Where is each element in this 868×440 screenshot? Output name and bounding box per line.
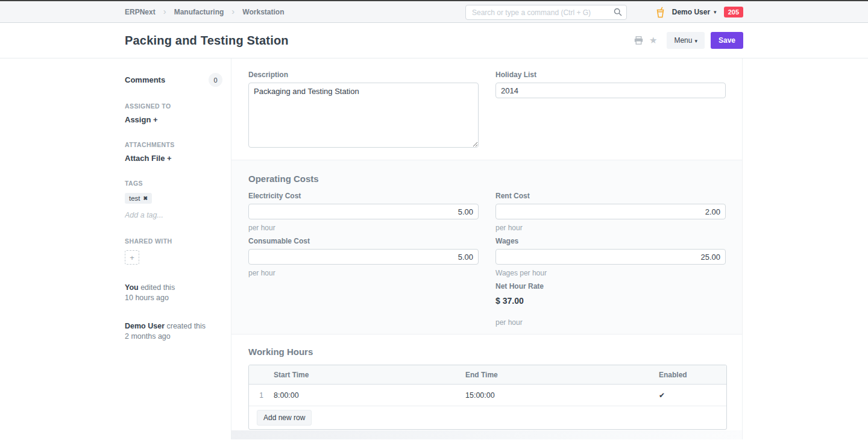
electricity-cost-field: Electricity Cost per hour: [248, 192, 479, 232]
assign-button[interactable]: Assign +: [125, 115, 222, 124]
wages-label: Wages: [495, 237, 726, 245]
section-working-hours: Working Hours Start Time End Time Enable…: [231, 335, 742, 430]
menu-button[interactable]: Menu▾: [667, 32, 705, 49]
wages-input[interactable]: [495, 249, 726, 265]
holiday-list-field: Holiday List: [495, 71, 726, 98]
edited-when: 10 hours ago: [125, 294, 169, 302]
wages-help: Wages per hour: [495, 269, 726, 277]
last-edited-info: You edited this 10 hours ago: [125, 283, 222, 303]
add-share-button[interactable]: +: [125, 250, 139, 265]
electricity-cost-input[interactable]: [248, 204, 479, 219]
created-info: Demo User created this 2 months ago: [125, 321, 222, 342]
search-input[interactable]: [465, 5, 627, 20]
tag-text: test: [129, 195, 140, 202]
comments-row: Comments 0: [125, 73, 222, 87]
created-text: created this: [165, 322, 206, 330]
notifications-badge[interactable]: 205: [724, 7, 743, 17]
description-label: Description: [248, 71, 479, 79]
consumable-cost-help: per hour: [248, 269, 479, 277]
star-icon[interactable]: ★: [649, 35, 657, 46]
electricity-cost-help: per hour: [248, 224, 479, 232]
juice-icon[interactable]: [656, 7, 665, 18]
net-hour-rate-help: per hour: [495, 318, 726, 327]
page-head: Packing and Testing Station ★ Menu▾ Save: [0, 23, 868, 58]
chevron-right-icon: ›: [231, 7, 234, 16]
row-start-time: 8:00:00: [274, 391, 465, 400]
page-body: Comments 0 ASSIGNED TO Assign + ATTACHME…: [125, 58, 743, 439]
grid-footer: Add new row: [249, 406, 726, 429]
created-by: Demo User: [125, 322, 165, 330]
comments-link[interactable]: Comments: [125, 75, 165, 84]
navbar-right: Demo User ▾ 205: [656, 1, 743, 23]
consumable-cost-label: Consumable Cost: [248, 237, 479, 245]
comments-count-badge: 0: [209, 73, 222, 87]
working-hours-grid: Start Time End Time Enabled 1 8:00:00 15…: [248, 365, 727, 430]
grid-header: Start Time End Time Enabled: [249, 365, 726, 385]
shared-with-label: SHARED WITH: [125, 237, 222, 245]
grid-col-enabled: Enabled: [659, 371, 726, 379]
table-row[interactable]: 1 8:00:00 15:00:00 ✔: [249, 385, 726, 406]
chevron-right-icon: ›: [163, 7, 166, 16]
save-button[interactable]: Save: [711, 32, 743, 49]
chevron-down-icon: ▾: [714, 9, 717, 15]
breadcrumb: ERPNext › Manufacturing › Workstation: [125, 7, 284, 16]
chevron-down-icon: ▾: [694, 38, 697, 44]
holiday-list-label: Holiday List: [495, 71, 726, 79]
net-hour-rate-label: Net Hour Rate: [495, 282, 726, 291]
tags-label: TAGS: [125, 180, 222, 187]
operating-costs-heading: Operating Costs: [248, 174, 726, 184]
edited-text: edited this: [139, 283, 175, 292]
row-end-time: 15:00:00: [465, 391, 659, 400]
attach-file-button[interactable]: Attach File +: [125, 154, 222, 163]
net-hour-rate-block: Net Hour Rate $ 37.00 per hour: [495, 282, 726, 327]
breadcrumb-item-manufacturing[interactable]: Manufacturing: [174, 8, 224, 16]
edited-by: You: [125, 283, 139, 292]
holiday-list-input[interactable]: [495, 83, 726, 98]
row-index: 1: [249, 391, 274, 400]
form-sidebar: Comments 0 ASSIGNED TO Assign + ATTACHME…: [125, 58, 231, 439]
grid-col-start-time: Start Time: [274, 371, 465, 379]
navbar: ERPNext › Manufacturing › Workstation De…: [0, 1, 868, 23]
user-name: Demo User: [672, 8, 710, 16]
tag-pill: test ✖: [125, 193, 152, 204]
grid-col-end-time: End Time: [465, 371, 659, 379]
search-icon[interactable]: [614, 8, 622, 16]
breadcrumb-item-workstation[interactable]: Workstation: [242, 8, 284, 16]
form-main: Description Packaging and Testing Statio…: [231, 58, 743, 439]
enabled-check-icon: ✔: [659, 391, 665, 400]
page-title: Packing and Testing Station: [125, 34, 289, 48]
net-hour-rate-value: $ 37.00: [495, 296, 726, 306]
rent-cost-input[interactable]: [495, 204, 726, 219]
breadcrumb-item-erpnext[interactable]: ERPNext: [125, 8, 156, 16]
remove-tag-icon[interactable]: ✖: [143, 195, 148, 201]
rent-cost-help: per hour: [495, 224, 726, 232]
add-tag-input[interactable]: [125, 211, 197, 219]
rent-cost-label: Rent Cost: [495, 192, 726, 200]
page-bottom-fade: [231, 430, 742, 439]
attachments-label: ATTACHMENTS: [125, 141, 222, 148]
rent-cost-field: Rent Cost per hour: [495, 192, 726, 232]
user-menu[interactable]: Demo User ▾: [672, 8, 717, 16]
created-when: 2 months ago: [125, 332, 171, 341]
electricity-cost-label: Electricity Cost: [248, 192, 479, 200]
assigned-to-label: ASSIGNED TO: [125, 102, 222, 110]
consumable-cost-input[interactable]: [248, 249, 479, 265]
page-head-actions: ★ Menu▾ Save: [634, 32, 743, 49]
section-details: Description Packaging and Testing Statio…: [231, 58, 742, 160]
consumable-cost-field: Consumable Cost per hour: [248, 237, 479, 277]
section-operating-costs: Operating Costs Electricity Cost per hou…: [231, 160, 742, 335]
description-textarea[interactable]: Packaging and Testing Station: [248, 83, 479, 148]
wages-field: Wages Wages per hour: [495, 237, 726, 277]
working-hours-heading: Working Hours: [248, 347, 726, 357]
description-field: Description Packaging and Testing Statio…: [248, 71, 479, 150]
print-icon[interactable]: [634, 36, 643, 45]
global-search: [465, 5, 627, 20]
add-new-row-button[interactable]: Add new row: [257, 410, 312, 426]
menu-button-label: Menu: [674, 36, 692, 45]
